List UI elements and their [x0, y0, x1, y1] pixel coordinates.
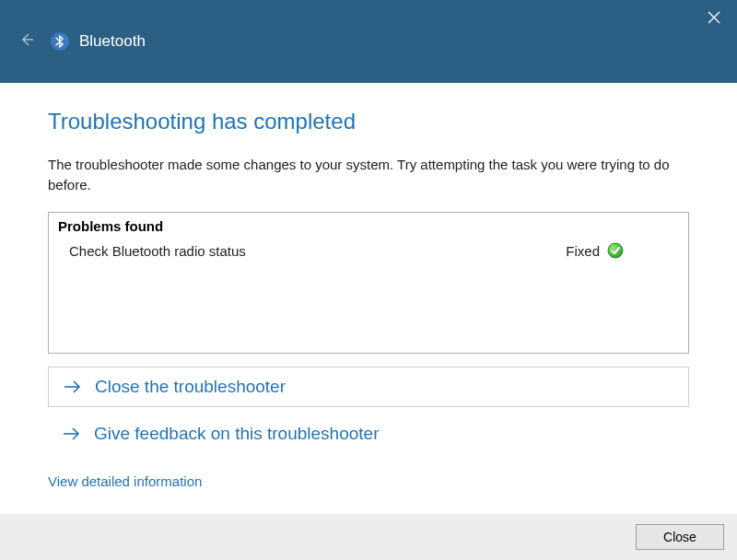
problem-name: Check Bluetooth radio status — [69, 243, 566, 259]
bluetooth-icon — [50, 31, 70, 52]
titlebar-title: Bluetooth — [79, 32, 146, 51]
problem-status: Fixed — [566, 243, 600, 259]
svg-point-4 — [608, 243, 623, 258]
window-close-button[interactable] — [708, 9, 720, 29]
status-fixed-icon — [607, 242, 624, 259]
give-feedback-link[interactable]: Give feedback on this troubleshooter — [48, 414, 689, 453]
give-feedback-label: Give feedback on this troubleshooter — [94, 424, 379, 444]
arrow-right-icon — [61, 426, 83, 442]
close-troubleshooter-label: Close the troubleshooter — [95, 377, 286, 397]
arrow-right-icon — [62, 379, 84, 395]
problems-found-box: Problems found Check Bluetooth radio sta… — [48, 212, 689, 354]
problem-row: Check Bluetooth radio status Fixed — [49, 238, 688, 264]
footer: Close — [0, 514, 737, 560]
back-arrow-icon — [18, 31, 35, 52]
description-text: The troubleshooter made some changes to … — [48, 155, 689, 195]
problems-header: Problems found — [49, 213, 688, 238]
close-icon — [708, 11, 720, 24]
page-heading: Troubleshooting has completed — [48, 109, 689, 134]
close-troubleshooter-link[interactable]: Close the troubleshooter — [48, 367, 689, 407]
titlebar: Bluetooth — [0, 0, 737, 83]
close-button[interactable]: Close — [636, 524, 724, 550]
content-area: Troubleshooting has completed The troubl… — [0, 83, 737, 490]
view-detailed-information-link[interactable]: View detailed information — [48, 473, 202, 489]
